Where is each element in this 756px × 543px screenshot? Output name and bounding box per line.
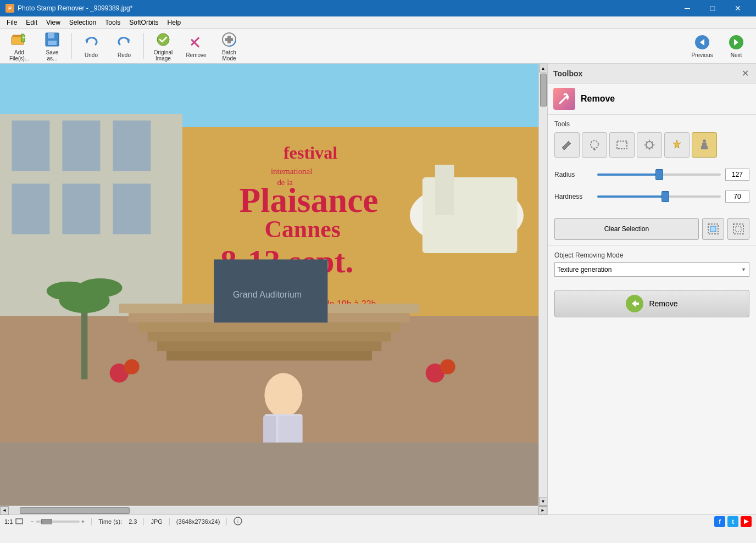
info-icon[interactable]: i [234,517,242,527]
svg-rect-70 [710,226,716,232]
hardness-slider-track[interactable] [597,195,721,198]
select-area-button-1[interactable] [702,218,724,240]
svg-point-57 [78,278,123,298]
svg-text:i: i [237,519,238,524]
hardness-row: Hardness 70 [554,191,749,203]
save-as-button[interactable]: Saveas... [36,31,68,61]
remove-button[interactable]: Remove [554,290,749,317]
svg-marker-73 [632,300,639,307]
wand-tool-button[interactable] [664,132,690,158]
radius-section: Radius 127 [548,163,756,188]
hardness-label: Hardness [554,193,593,200]
minimize-button[interactable]: ─ [675,0,700,16]
toolbox-close-button[interactable]: ✕ [740,68,751,79]
radius-slider-thumb[interactable] [655,169,663,180]
radius-row: Radius 127 [554,169,749,181]
svg-point-59 [124,359,140,374]
svg-text:Cannes: Cannes [264,216,340,242]
svg-rect-38 [435,165,454,215]
clear-selection-button[interactable]: Clear Selection [554,218,699,240]
radius-slider-track[interactable] [597,173,721,176]
menu-tools[interactable]: Tools [101,16,125,28]
toolbox-panel: Toolbox ✕ Remove Tools [547,64,756,514]
scroll-right-arrow[interactable]: ► [538,506,547,515]
menu-selection[interactable]: Selection [65,16,101,28]
tools-section-label: Tools [554,120,749,128]
status-sep-3 [169,518,170,525]
menu-file[interactable]: File [2,16,21,28]
maximize-button[interactable]: □ [700,0,725,16]
status-sep-4 [226,518,227,525]
youtube-icon[interactable]: ▶ [741,516,752,527]
nav-section: Previous Next [686,31,753,61]
window-controls: ─ □ ✕ [675,0,751,16]
horizontal-scrollbar[interactable]: ◄ ► [0,506,547,514]
image-viewport[interactable]: festival international de la Plaisance C… [0,64,538,506]
remove-section-header: Remove [548,83,756,115]
scroll-down-arrow[interactable]: ▼ [539,497,548,506]
scroll-up-arrow[interactable]: ▲ [539,64,548,72]
scroll-left-arrow[interactable]: ◄ [0,506,9,515]
select-area-button-2[interactable] [727,218,749,240]
remove-icon-box [553,88,575,110]
facebook-icon[interactable]: f [714,516,725,527]
zoom-slider-thumb[interactable] [41,519,52,524]
svg-rect-71 [733,224,743,234]
zoom-slider[interactable] [36,520,80,523]
batch-mode-label: BatchMode [222,49,236,61]
social-links: f t ▶ [714,516,752,527]
scroll-thumb-v[interactable] [540,74,547,107]
redo-button[interactable]: Redo [108,31,140,61]
twitter-icon[interactable]: t [727,516,738,527]
previous-button[interactable]: Previous [686,31,719,61]
menu-bar: File Edit View Selection Tools SoftOrbit… [0,16,756,29]
next-button[interactable]: Next [720,31,753,61]
title-bar: P Photo Stamp Remover - _9099389.jpg* ─ … [0,0,756,16]
toolbar-sep-1 [71,33,72,59]
remove-button-icon [626,295,643,312]
scroll-thumb-h[interactable] [20,507,130,514]
rectangle-tool-button[interactable] [609,132,635,158]
menu-view[interactable]: View [42,16,65,28]
original-image-label: OriginalImage [154,49,173,61]
menu-help[interactable]: Help [163,16,186,28]
next-icon [727,33,745,51]
menu-softorbits[interactable]: SoftOrbits [125,16,163,28]
mode-select[interactable]: Texture generation Smart fill Clone [554,262,749,277]
remove-button-label: Remove [649,299,677,308]
batch-mode-button[interactable]: BatchMode [213,31,245,61]
redo-label: Redo [118,52,131,58]
svg-rect-72 [736,226,741,232]
toolbar: + AddFile(s)... Saveas... Undo [0,29,756,64]
add-files-button[interactable]: + AddFile(s)... [3,31,35,61]
toolbox-title: Toolbox [553,69,582,78]
undo-button[interactable]: Undo [75,31,107,61]
svg-text:+: + [23,35,25,40]
hardness-slider-thumb[interactable] [662,191,669,202]
time-value: 2.3 [129,518,137,525]
zoom-plus[interactable]: + [81,518,85,525]
svg-rect-64 [617,141,627,149]
close-button[interactable]: ✕ [725,0,751,16]
menu-edit[interactable]: Edit [21,16,42,28]
pencil-tool-button[interactable] [554,132,580,158]
original-image-button[interactable]: OriginalImage [147,31,179,61]
zoom-minus[interactable]: − [30,518,34,525]
lasso-tool-button[interactable] [582,132,607,158]
vertical-scrollbar[interactable]: ▲ ▼ [538,64,547,506]
mode-label: Object Removing Mode [554,251,749,259]
radius-value[interactable]: 127 [725,169,749,181]
main-content: festival international de la Plaisance C… [0,64,756,514]
stamp-tool-button[interactable] [692,132,717,158]
svg-text:Plaisance: Plaisance [239,181,378,220]
radius-label: Radius [554,171,593,178]
remove-toolbar-button[interactable]: Remove [180,31,212,61]
svg-rect-22 [62,121,100,171]
zoom-icon [15,517,24,527]
redo-icon [115,33,133,51]
action-row: Clear Selection [554,218,749,240]
hardness-value[interactable]: 70 [725,191,749,203]
svg-rect-9 [191,37,199,46]
magic-wand-tool-button[interactable] [637,132,662,158]
zoom-display: 1:1 [4,517,24,527]
